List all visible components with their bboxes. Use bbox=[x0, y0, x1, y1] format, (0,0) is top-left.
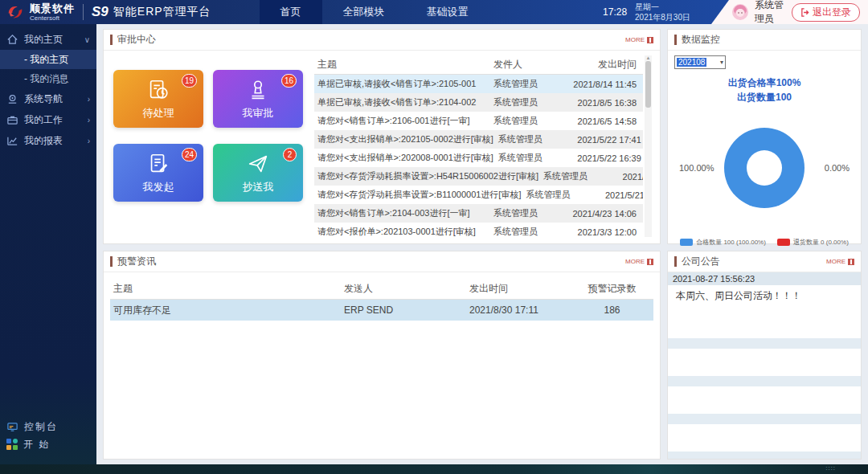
chevron-right-icon: › bbox=[88, 95, 90, 104]
console-icon bbox=[6, 421, 18, 433]
table-row[interactable]: 单据已审核,请接收<销售订单>:2104-002系统管理员2021/8/5 16… bbox=[314, 93, 643, 112]
weekday: 星期一 bbox=[635, 2, 690, 12]
cc-count-badge: 2 bbox=[283, 148, 297, 161]
doc-clock-icon bbox=[146, 78, 170, 102]
period-select[interactable]: 202108 ▾ bbox=[674, 55, 726, 69]
sidebar-item-my-work[interactable]: 我的工作 › bbox=[0, 109, 96, 130]
pending-count-badge: 19 bbox=[182, 74, 197, 88]
date-block: 星期一 2021年8月30日 bbox=[635, 2, 711, 22]
table-row[interactable]: 请您对<存货浮动耗损率设置>:H54R15006002进行[审核]系统管理员20… bbox=[314, 167, 643, 186]
nav-tab-home[interactable]: 首页 bbox=[260, 0, 322, 24]
notice-text: 本周六、周日公司活动！！！ bbox=[668, 285, 861, 311]
footer-bar: ∷∷ bbox=[0, 464, 868, 474]
username: 系统管理员 bbox=[755, 0, 785, 26]
s9-logo: S9 bbox=[84, 0, 113, 24]
tile-pending[interactable]: 19 待处理 bbox=[113, 70, 203, 128]
table-row[interactable]: 请您对<销售订单>:2104-003进行[一审]系统管理员2021/4/23 1… bbox=[314, 204, 643, 223]
start-icon bbox=[6, 439, 18, 450]
chevron-right-icon: › bbox=[88, 116, 90, 125]
main-nav: 首页 全部模块 基础设置 bbox=[260, 0, 489, 24]
table-row[interactable]: 请您对<销售订单>:2106-001进行[一审]系统管理员2021/6/5 14… bbox=[314, 112, 643, 130]
nav-pin-icon bbox=[6, 93, 18, 105]
table-row[interactable]: 请您对<支出报销单>:202008-0001进行[审核]系统管理员2021/5/… bbox=[314, 149, 643, 167]
ship-qty-text: 出货数量100 bbox=[674, 90, 854, 104]
brand-logo: 顺景软件 Centersoft bbox=[0, 0, 83, 24]
table-row[interactable]: 请您对<存货浮动耗损率设置>:B11000001进行[审核]系统管理员2021/… bbox=[314, 186, 643, 204]
approval-more-link[interactable]: MORE bbox=[625, 36, 653, 43]
nav-tab-all-modules[interactable]: 全部模块 bbox=[322, 0, 406, 24]
more-grid-icon bbox=[848, 259, 854, 265]
legend-pass: 合格数量 100 (100.00%) bbox=[680, 238, 766, 247]
approval-table-header: 主题 发件人 发出时间 bbox=[314, 55, 643, 75]
user-avatar[interactable] bbox=[732, 4, 748, 20]
table-row[interactable]: 单据已审核,请接收<销售订单>:2105-001系统管理员2021/8/14 1… bbox=[314, 75, 643, 93]
notice-empty-slot bbox=[668, 376, 861, 386]
donut-ring bbox=[724, 128, 805, 208]
approval-table: 主题 发件人 发出时间 单据已审核,请接收<销售订单>:2105-001系统管理… bbox=[314, 55, 652, 237]
panel-accent-bar bbox=[674, 35, 677, 45]
pass-rate-text: 出货合格率100% bbox=[674, 76, 854, 90]
brand-name-en: Centersoft bbox=[30, 15, 75, 22]
home-icon bbox=[6, 34, 18, 46]
notice-more-link[interactable]: MORE bbox=[826, 258, 854, 265]
tile-my-approvals[interactable]: 16 我审批 bbox=[213, 70, 303, 128]
notice-item[interactable]: 2021-08-27 15:56:23 本周六、周日公司活动！！！ bbox=[668, 272, 861, 311]
tile-cc-to-me[interactable]: 2 抄送我 bbox=[213, 144, 303, 202]
table-row[interactable]: 请您对<报价单>:202103-0001进行[审核]系统管理员2021/3/3 … bbox=[314, 223, 643, 241]
table-scrollbar[interactable]: ▲ bbox=[645, 55, 652, 237]
scrollbar-thumb[interactable] bbox=[645, 61, 651, 108]
table-row[interactable]: 可用库存不足 ERP SEND 2021/8/30 17:11 186 bbox=[110, 300, 653, 321]
sidebar-bottom: 控制台 开 始 bbox=[0, 413, 96, 464]
scroll-up-icon[interactable]: ▲ bbox=[646, 55, 651, 60]
panel-accent-bar bbox=[110, 256, 113, 267]
notice-empty-slot bbox=[668, 338, 861, 349]
stamp-icon bbox=[246, 78, 270, 102]
notice-empty-slot bbox=[668, 452, 861, 459]
logout-button[interactable]: 退出登录 bbox=[792, 3, 860, 22]
donut-label-right: 0.00% bbox=[825, 163, 850, 173]
sidebar-item-my-reports[interactable]: 我的报表 › bbox=[0, 130, 96, 151]
top-bar: 顺景软件 Centersoft S9 智能ERP管理平台 首页 全部模块 基础设… bbox=[0, 0, 868, 24]
approval-center-panel: 审批中心 MORE 19 bbox=[103, 29, 661, 244]
topbar-right: 17:28 星期一 2021年8月30日 系统管理员 bbox=[603, 0, 868, 24]
legend-swatch-pass bbox=[680, 239, 693, 246]
donut-chart: 100.00% 0.00% bbox=[674, 108, 854, 228]
alerts-table: 主题 发送人 发出时间 预警记录数 可用库存不足 ERP SEND 2021/8… bbox=[104, 272, 660, 459]
alerts-panel: 预警资讯 MORE 主题 发送人 发出时间 预警记录数 bbox=[103, 251, 661, 460]
monitor-summary: 出货合格率100% 出货数量100 bbox=[674, 76, 854, 104]
more-grid-icon bbox=[647, 259, 653, 265]
monitor-panel-title: 数据监控 bbox=[682, 33, 720, 47]
sidebar-item-my-home[interactable]: 我的主页 ∨ bbox=[0, 29, 96, 50]
logout-icon bbox=[800, 8, 809, 17]
chevron-down-icon: ∨ bbox=[84, 35, 90, 44]
legend-swatch-return bbox=[777, 239, 790, 246]
panel-accent-bar bbox=[674, 256, 677, 267]
sidebar: 我的主页 ∨ - 我的主页 - 我的消息 系统导航 › bbox=[0, 24, 96, 464]
sidebar-subitem-my-messages[interactable]: - 我的消息 bbox=[0, 69, 96, 88]
alerts-more-link[interactable]: MORE bbox=[625, 258, 653, 265]
product-title: 智能ERP管理平台 bbox=[113, 0, 235, 24]
user-area: 系统管理员 退出登录 bbox=[711, 0, 868, 24]
sidebar-subitem-my-home[interactable]: - 我的主页 bbox=[0, 50, 96, 69]
notice-timestamp: 2021-08-27 15:56:23 bbox=[668, 272, 861, 285]
brand-name-cn: 顺景软件 bbox=[30, 3, 75, 14]
console-button[interactable]: 控制台 bbox=[0, 418, 96, 435]
doc-edit-icon bbox=[146, 152, 170, 176]
tile-initiated-by-me[interactable]: 24 我发起 bbox=[113, 144, 203, 202]
alerts-panel-title: 预警资讯 bbox=[117, 255, 156, 268]
clock: 17:28 bbox=[603, 6, 635, 18]
more-grid-icon bbox=[647, 37, 653, 43]
approval-tiles: 19 待处理 16 bbox=[113, 70, 303, 237]
nav-tab-base-settings[interactable]: 基础设置 bbox=[406, 0, 489, 24]
data-monitor-panel: 数据监控 202108 ▾ 出货合格率100% 出货数量100 100.00% bbox=[667, 29, 862, 244]
date: 2021年8月30日 bbox=[635, 12, 690, 22]
approval-panel-title: 审批中心 bbox=[117, 33, 156, 47]
briefcase-icon bbox=[6, 114, 18, 126]
erp-dashboard: 顺景软件 Centersoft S9 智能ERP管理平台 首页 全部模块 基础设… bbox=[0, 0, 868, 474]
table-row[interactable]: 请您对<支出报销单>:202105-0002进行[审核]系统管理员2021/5/… bbox=[314, 130, 643, 149]
period-select-value: 202108 bbox=[677, 58, 706, 67]
chevron-down-icon: ▾ bbox=[720, 59, 723, 66]
start-button[interactable]: 开 始 bbox=[0, 435, 96, 453]
donut-label-left: 100.00% bbox=[679, 163, 714, 173]
sidebar-item-system-nav[interactable]: 系统导航 › bbox=[0, 88, 96, 109]
